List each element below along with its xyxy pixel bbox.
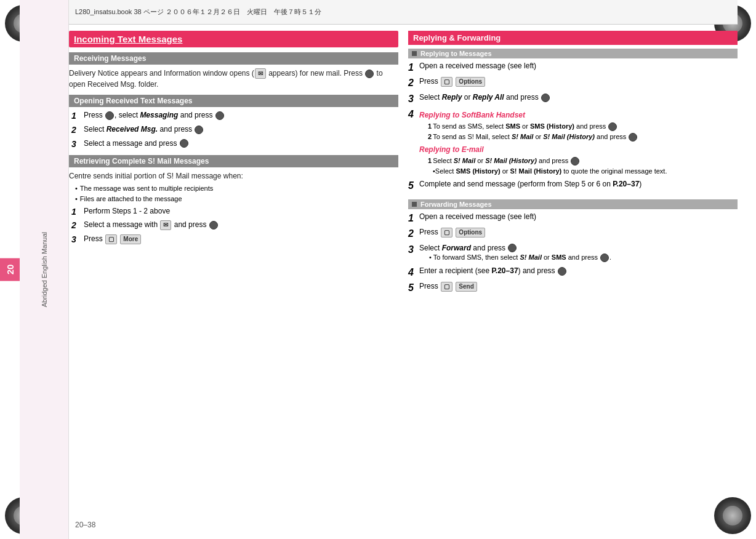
opening-received-header: Opening Received Text Messages bbox=[69, 95, 398, 107]
reply-step-4: 4 Replying to SoftBank Handset 1To send … bbox=[408, 108, 738, 177]
forward-step-3-bullet: To forward SMS, then select S! Mail or S… bbox=[419, 253, 738, 262]
list-item: 1 Perform Steps 1 - 2 above bbox=[71, 206, 398, 218]
reply-step-1: 1 Open a received message (see left) bbox=[408, 61, 738, 74]
replying-to-email-heading: Replying to E-mail bbox=[419, 145, 738, 155]
softbank-sub-item-2: 2To send as S! Mail, select S! Mail or S… bbox=[428, 132, 738, 142]
left-main-title: Incoming Text Messages bbox=[69, 31, 398, 47]
right-column: Replying & Forwarding Replying to Messag… bbox=[408, 31, 738, 508]
forward-step-5: 5 Press ▢ Send bbox=[408, 281, 738, 295]
replying-to-softbank-heading: Replying to SoftBank Handset bbox=[419, 110, 738, 121]
forward-step-1: 1 Open a received message (see left) bbox=[408, 212, 738, 225]
page-outer: L280_insatsu.book 38 ページ ２００６年１２月２６日 火曜日… bbox=[0, 0, 756, 539]
receiving-messages-body: Delivery Notice appears and Information … bbox=[69, 68, 398, 90]
right-main-title: Replying & Forwarding bbox=[408, 31, 738, 45]
page-header: L280_insatsu.book 38 ページ ２００６年１２月２６日 火曜日… bbox=[69, 0, 738, 25]
sidebar-text: Abridged English Manual bbox=[41, 232, 48, 307]
email-sub-items: 1Select S! Mail or S! Mail (History) and… bbox=[419, 156, 738, 177]
list-item: Files are attached to the message bbox=[75, 194, 398, 204]
two-column-layout: Incoming Text Messages Receiving Message… bbox=[69, 31, 738, 508]
forward-step-2: 2 Press ▢ Options bbox=[408, 227, 738, 241]
retrieving-bullets: The message was sent to multiple recipie… bbox=[69, 184, 398, 204]
header-text: L280_insatsu.book 38 ページ ２００６年１２月２６日 火曜日… bbox=[75, 7, 321, 17]
list-item: 2 Select Received Msg. and press bbox=[71, 124, 398, 137]
softbank-sub-items: 1To send as SMS, select SMS or SMS (Hist… bbox=[419, 122, 738, 142]
forward-step-3: 3 Select Forward and press To forward SM… bbox=[408, 243, 738, 264]
forwarding-messages-header: Forwarding Messages bbox=[408, 199, 738, 209]
sidebar-label: Abridged English Manual bbox=[20, 0, 69, 539]
bar-square-icon-2 bbox=[412, 202, 417, 207]
retrieving-steps: 1 Perform Steps 1 - 2 above 2 Select a m… bbox=[69, 206, 398, 246]
list-item: 2 Select a message with ✉ and press bbox=[71, 220, 398, 232]
main-content: Incoming Text Messages Receiving Message… bbox=[69, 31, 738, 508]
list-item: 3 Press ▢ More bbox=[71, 234, 398, 246]
replying-messages-header: Replying to Messages bbox=[408, 49, 738, 58]
list-item: The message was sent to multiple recipie… bbox=[75, 184, 398, 193]
reply-step-3: 3 Select Reply or Reply All and press bbox=[408, 92, 738, 106]
list-item: 1 Press , select Messaging and press bbox=[71, 110, 398, 122]
opening-received-steps: 1 Press , select Messaging and press 2 S… bbox=[69, 110, 398, 150]
email-sub-item-bullet: •Select SMS (History) or S! Mail (Histor… bbox=[428, 167, 738, 176]
retrieving-complete-header: Retrieving Complete S! Mail Messages bbox=[69, 155, 398, 167]
page-number-bottom: 20–38 bbox=[75, 521, 95, 529]
reply-step-2: 2 Press ▢ Options bbox=[408, 76, 738, 90]
email-sub-item-1: 1Select S! Mail or S! Mail (History) and… bbox=[428, 156, 738, 166]
forward-step-4: 4 Enter a recipient (see P.20–37) and pr… bbox=[408, 266, 738, 279]
page-tab-number: 20 bbox=[5, 265, 15, 275]
softbank-sub-item-1: 1To send as SMS, select SMS or SMS (Hist… bbox=[428, 122, 738, 131]
bar-square-icon bbox=[412, 51, 417, 56]
page-footer: 20–38 bbox=[69, 516, 738, 534]
reply-step-5: 5 Complete and send message (perform fro… bbox=[408, 179, 738, 193]
list-item: 3 Select a message and press bbox=[71, 138, 398, 151]
receiving-messages-header: Receiving Messages bbox=[69, 52, 398, 65]
left-column: Incoming Text Messages Receiving Message… bbox=[69, 31, 398, 508]
page-number-tab: 20 bbox=[0, 258, 20, 281]
retrieving-body: Centre sends initial portion of S! Mail … bbox=[69, 170, 398, 182]
